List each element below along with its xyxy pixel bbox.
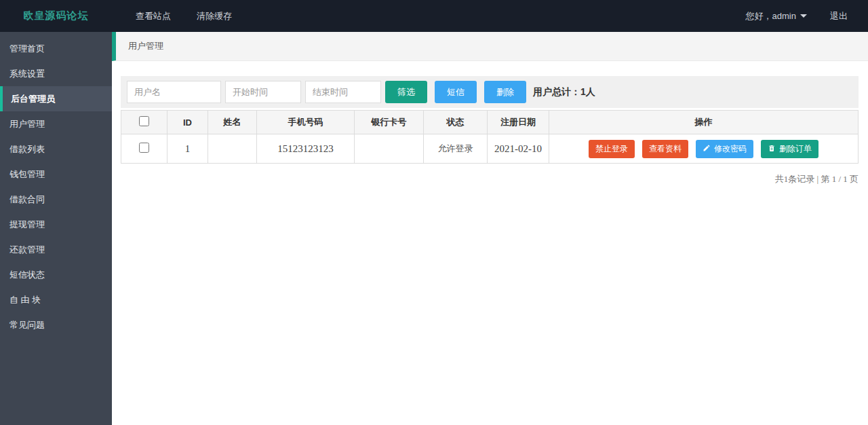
forbid-login-label: 禁止登录 bbox=[595, 143, 628, 155]
select-all-cell bbox=[121, 111, 167, 134]
nav-clear-cache[interactable]: 清除缓存 bbox=[197, 10, 232, 22]
change-password-label: 修改密码 bbox=[714, 143, 747, 155]
cell-name bbox=[208, 134, 257, 164]
sidebar-item-admins[interactable]: 后台管理员 bbox=[0, 86, 112, 111]
view-profile-label: 查看资料 bbox=[649, 143, 682, 155]
topbar-right: 您好，admin 退出 bbox=[746, 10, 868, 22]
sidebar-item-withdrawal[interactable]: 提现管理 bbox=[0, 212, 112, 237]
sidebar-item-users[interactable]: 用户管理 bbox=[0, 111, 112, 136]
forbid-login-button[interactable]: 禁止登录 bbox=[589, 140, 635, 158]
col-header-name: 姓名 bbox=[208, 111, 257, 134]
user-greeting-label: 您好，admin bbox=[746, 10, 796, 22]
select-all-checkbox[interactable] bbox=[139, 116, 149, 126]
top-nav: 查看站点 清除缓存 bbox=[112, 10, 232, 22]
user-total-label: 用户总计：1人 bbox=[533, 86, 595, 98]
start-time-input[interactable] bbox=[225, 81, 301, 103]
breadcrumb: 用户管理 bbox=[112, 32, 868, 61]
sidebar-item-free-block[interactable]: 自 由 块 bbox=[0, 287, 112, 312]
sidebar-item-wallet[interactable]: 钱包管理 bbox=[0, 162, 112, 187]
app-logo[interactable]: 欧皇源码论坛 bbox=[0, 10, 112, 22]
username-input[interactable] bbox=[127, 81, 221, 103]
sidebar-item-loan-contract[interactable]: 借款合同 bbox=[0, 187, 112, 212]
sidebar-item-system-settings[interactable]: 系统设置 bbox=[0, 61, 112, 86]
sidebar-item-home[interactable]: 管理首页 bbox=[0, 36, 112, 61]
change-password-button[interactable]: 修改密码 bbox=[696, 140, 753, 158]
sidebar-item-repayment[interactable]: 还款管理 bbox=[0, 237, 112, 262]
sidebar: 管理首页 系统设置 后台管理员 用户管理 借款列表 钱包管理 借款合同 提现管理… bbox=[0, 32, 112, 425]
table-row: 1 15123123123 允许登录 2021-02-10 禁止登录 bbox=[121, 134, 859, 164]
pencil-icon bbox=[703, 144, 711, 154]
sidebar-item-loan-list[interactable]: 借款列表 bbox=[0, 136, 112, 162]
trash-icon bbox=[768, 144, 776, 154]
delete-order-button[interactable]: 删除订单 bbox=[761, 140, 818, 158]
col-header-id: ID bbox=[167, 111, 208, 134]
topbar: 欧皇源码论坛 查看站点 清除缓存 您好，admin 退出 bbox=[0, 0, 868, 32]
cell-bank-card bbox=[355, 134, 424, 164]
end-time-input[interactable] bbox=[305, 81, 381, 103]
cell-reg-date: 2021-02-10 bbox=[488, 134, 549, 164]
col-header-phone: 手机号码 bbox=[257, 111, 355, 134]
col-header-actions: 操作 bbox=[549, 111, 859, 134]
sms-button[interactable]: 短信 bbox=[435, 81, 477, 103]
col-header-bank-card: 银行卡号 bbox=[355, 111, 424, 134]
row-select-cell bbox=[121, 134, 167, 164]
col-header-status: 状态 bbox=[424, 111, 488, 134]
filter-bar: 筛选 短信 删除 用户总计：1人 bbox=[121, 76, 859, 108]
cell-status: 允许登录 bbox=[424, 134, 488, 164]
filter-button[interactable]: 筛选 bbox=[385, 81, 427, 103]
chevron-down-icon bbox=[800, 14, 807, 18]
row-checkbox[interactable] bbox=[139, 143, 149, 153]
view-profile-button[interactable]: 查看资料 bbox=[642, 140, 688, 158]
users-table: ID 姓名 手机号码 银行卡号 状态 注册日期 操作 1 bbox=[121, 110, 859, 164]
user-menu[interactable]: 您好，admin bbox=[746, 10, 807, 22]
delete-button[interactable]: 删除 bbox=[484, 81, 526, 103]
sidebar-item-sms-status[interactable]: 短信状态 bbox=[0, 262, 112, 287]
table-header-row: ID 姓名 手机号码 银行卡号 状态 注册日期 操作 bbox=[121, 111, 859, 134]
cell-phone: 15123123123 bbox=[257, 134, 355, 164]
logout-link[interactable]: 退出 bbox=[830, 10, 848, 22]
cell-id: 1 bbox=[167, 134, 208, 164]
main-content: 用户管理 筛选 短信 删除 用户总计：1人 bbox=[112, 32, 868, 425]
sidebar-item-faq[interactable]: 常见问题 bbox=[0, 312, 112, 337]
cell-actions: 禁止登录 查看资料 修改密码 bbox=[549, 134, 859, 164]
nav-view-site[interactable]: 查看站点 bbox=[136, 10, 171, 22]
pagination-summary: 共1条记录 | 第 1 / 1 页 bbox=[121, 173, 859, 185]
page-title: 用户管理 bbox=[128, 40, 163, 52]
col-header-reg-date: 注册日期 bbox=[488, 111, 549, 134]
delete-order-label: 删除订单 bbox=[779, 143, 812, 155]
